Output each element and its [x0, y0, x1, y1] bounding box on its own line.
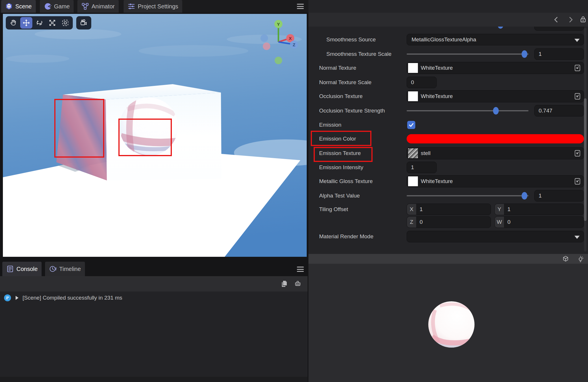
tab-game[interactable]: Game — [40, 0, 74, 13]
smoothness-texture-scale-value[interactable]: 1 — [534, 48, 584, 60]
row-emission: Emission — [308, 118, 588, 132]
svg-text:Y: Y — [277, 22, 280, 27]
smoothness-texture-scale-slider[interactable] — [407, 47, 529, 61]
chevron-down-icon — [574, 39, 580, 42]
gizmo-neg-y-ball — [275, 57, 282, 64]
rotate-tool-button[interactable] — [33, 17, 45, 29]
history-forward-icon[interactable] — [567, 16, 574, 23]
tab-label: Game — [54, 3, 70, 10]
axis-chip: Y — [495, 204, 504, 215]
smoothness-slider[interactable] — [407, 27, 529, 32]
chevron-down-icon — [574, 236, 580, 239]
field-label: Smoothness Texture Scale — [326, 47, 392, 61]
emission-intensity-input[interactable]: 1 — [407, 162, 437, 173]
scene-viewport[interactable]: Y X Z — [3, 14, 307, 257]
smoothness-value[interactable]: 0.796 — [534, 27, 584, 31]
emission-color-swatch[interactable] — [407, 134, 584, 143]
lock-icon[interactable] — [579, 16, 587, 23]
move-tool-button[interactable] — [20, 17, 32, 29]
texture-picker-icon[interactable] — [574, 178, 581, 185]
clear-console-icon[interactable] — [293, 280, 302, 288]
row-smoothness-source: Smoothness Source MetallicGlossTextureAl… — [308, 33, 588, 47]
inspector-scrollbar-thumb[interactable] — [584, 98, 587, 221]
console-log-area[interactable] — [0, 291, 308, 377]
texture-thumbnail — [408, 91, 418, 101]
tiling-y-field[interactable]: Y 1 — [494, 204, 584, 215]
console-menu-button[interactable] — [297, 267, 304, 272]
texture-thumbnail — [408, 63, 418, 73]
material-preview[interactable] — [308, 264, 588, 382]
tab-scene[interactable]: Scene — [1, 0, 36, 13]
texture-thumbnail — [408, 148, 418, 158]
row-emission-intensity: Emission Intensity 1 — [308, 160, 588, 174]
animator-icon — [81, 3, 89, 10]
inspector-scrollbar-track[interactable] — [584, 28, 587, 252]
console-footer — [0, 377, 308, 382]
metallic-gloss-texture-field[interactable]: WhiteTexture — [407, 175, 584, 187]
orientation-gizmo[interactable]: Y X Z — [257, 19, 303, 67]
camera-palette — [76, 16, 91, 29]
app-window: Scene Game Animator Project Settings In — [0, 0, 588, 382]
log-expand-icon[interactable] — [15, 296, 19, 300]
tab-label: Timeline — [59, 266, 81, 272]
emission-checkbox[interactable] — [407, 121, 415, 129]
viewport-menu-button[interactable] — [297, 4, 304, 9]
timeline-icon — [49, 265, 57, 273]
log-text: [Scene] Compiled successfully in 231 ms — [23, 295, 122, 301]
rect-transform-tool-button[interactable] — [59, 17, 71, 29]
tab-label: Project Settings — [138, 3, 178, 10]
axis-value: 1 — [504, 204, 514, 215]
emission-texture-field[interactable]: stell — [407, 147, 584, 159]
scale-tool-button[interactable] — [46, 17, 58, 29]
occlusion-texture-field[interactable]: WhiteTexture — [407, 90, 584, 102]
tiling-z-field[interactable]: Z 0 — [407, 216, 491, 228]
camera-button[interactable] — [78, 17, 90, 29]
dropdown-value: MetallicGlossTextureAlpha — [412, 36, 476, 43]
field-label: Normal Texture Scale — [319, 75, 371, 89]
row-tiling-offset-xy: Tiling Offset X 1 Y 1 — [308, 202, 588, 216]
texture-picker-icon[interactable] — [574, 93, 581, 100]
material-properties: Smoothness 0.796 Smoothness Source Metal… — [308, 27, 588, 254]
annotation-emission-color-label — [311, 131, 371, 146]
tiling-w-field[interactable]: W 0 — [494, 216, 584, 228]
material-render-mode-dropdown[interactable] — [407, 231, 584, 242]
alpha-test-value[interactable]: 1 — [534, 190, 584, 202]
tab-timeline[interactable]: Timeline — [45, 262, 85, 276]
inspector-panel: Smoothness 0.796 Smoothness Source Metal… — [308, 0, 588, 382]
row-normal-texture-scale: Normal Texture Scale 0 — [308, 75, 588, 89]
tiling-x-field[interactable]: X 1 — [407, 204, 491, 215]
console-log-entry[interactable]: [Scene] Compiled successfully in 231 ms — [3, 293, 122, 303]
game-icon — [44, 3, 51, 10]
annotation-emission-texture-label — [314, 147, 373, 162]
occlusion-strength-slider[interactable] — [407, 104, 529, 118]
tab-animator[interactable]: Animator — [77, 0, 119, 13]
smoothness-source-dropdown[interactable]: MetallicGlossTextureAlpha — [407, 34, 584, 45]
alpha-test-slider[interactable] — [407, 189, 529, 203]
row-tiling-offset-zw: Z 0 W 0 — [308, 215, 588, 229]
normal-texture-scale-input[interactable]: 0 — [407, 77, 437, 88]
normal-texture-field[interactable]: WhiteTexture — [407, 62, 584, 74]
field-label: Smoothness — [326, 27, 357, 32]
annotation-wall-region — [54, 99, 104, 158]
preview-sphere — [308, 264, 588, 382]
pan-tool-button[interactable] — [7, 17, 19, 29]
copy-log-icon[interactable] — [280, 280, 288, 288]
row-alpha-test-value: Alpha Test Value 1 — [308, 189, 588, 203]
texture-name: WhiteTexture — [421, 62, 453, 74]
console-toolbar — [0, 276, 308, 291]
axis-chip: Z — [407, 217, 416, 228]
texture-picker-icon[interactable] — [574, 150, 581, 157]
tab-label: Animator — [92, 3, 115, 10]
occlusion-strength-value[interactable]: 0.747 — [534, 105, 584, 117]
transform-tool-palette — [6, 16, 73, 29]
tab-project-settings[interactable]: Project Settings — [124, 0, 182, 13]
row-metallic-gloss-texture: Metallic Gloss Texture WhiteTexture — [308, 174, 588, 188]
check-icon — [408, 122, 414, 128]
preview-mesh-icon[interactable] — [562, 255, 569, 263]
tab-console[interactable]: Console — [2, 262, 42, 276]
preview-light-icon[interactable] — [577, 255, 585, 263]
texture-picker-icon[interactable] — [574, 64, 581, 72]
axis-chip: X — [407, 204, 416, 215]
field-label: Emission Intensity — [319, 160, 363, 174]
history-back-icon[interactable] — [553, 16, 560, 23]
